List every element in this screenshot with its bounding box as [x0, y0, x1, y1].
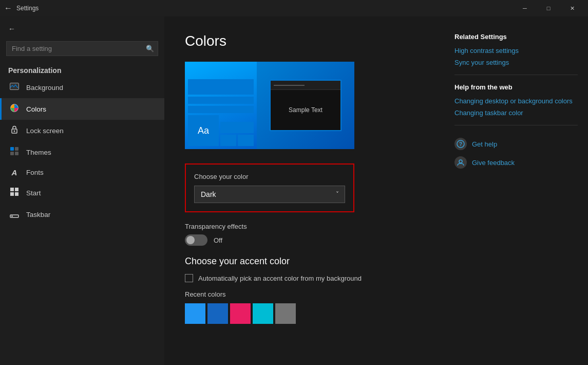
auto-pick-checkbox[interactable] [185, 274, 193, 282]
taskbar-icon [10, 209, 19, 220]
swatch-blue[interactable] [185, 303, 205, 324]
swatch-cyan[interactable] [253, 303, 273, 324]
preview-tile-row-1 [188, 79, 254, 95]
preview-bottom-tiles: Aa [188, 115, 254, 146]
back-arrow-icon: ← [8, 25, 15, 33]
sidebar-item-colors[interactable]: Colors [0, 98, 164, 120]
related-settings-title: Related Settings [454, 33, 578, 41]
help-section: ? Get help Give feedback [454, 138, 578, 169]
start-label: Start [26, 189, 41, 197]
get-help-label: Get help [472, 140, 497, 148]
sidebar: ← 🔍 Personalization Background Colors Lo… [0, 16, 164, 365]
toggle-row: Off [185, 234, 424, 246]
colors-label: Colors [26, 105, 46, 113]
titlebar-left: ← Settings [4, 4, 39, 13]
preview-tile-row-3 [188, 106, 254, 113]
preview-tile-s1 [220, 122, 254, 133]
svg-rect-10 [15, 188, 18, 191]
preview-small-tiles [220, 122, 254, 146]
transparency-state: Off [214, 236, 222, 244]
preview-right-panel: Sample Text [257, 62, 354, 149]
preview-tile-row-2 [188, 97, 254, 104]
taskbar-label: Taskbar [26, 211, 50, 218]
preview-tile-small-2 [188, 97, 254, 104]
choose-color-section: Choose your color Light Dark Custom ˅ [185, 163, 354, 212]
divider-1 [454, 75, 578, 75]
titlebar-controls: ─ □ ✕ [513, 0, 584, 16]
sample-text: Sample Text [289, 106, 323, 114]
sidebar-search-container: 🔍 [6, 41, 158, 56]
right-panel: Related Settings High contrast settings … [444, 16, 588, 365]
lock-icon [10, 125, 19, 136]
toggle-knob [186, 236, 195, 244]
svg-rect-11 [10, 192, 14, 196]
changing-desktop-link[interactable]: Changing desktop or background colors [454, 97, 578, 105]
recent-colors-title: Recent colors [185, 290, 424, 298]
divider-2 [454, 125, 578, 125]
auto-pick-label: Automatically pick an accent color from … [198, 275, 362, 282]
swatch-pink[interactable] [230, 303, 251, 324]
svg-rect-6 [15, 147, 18, 151]
choose-color-label: Choose your color [194, 173, 345, 180]
background-icon [10, 82, 19, 93]
sidebar-item-themes[interactable]: Themes [0, 141, 164, 163]
preview-tile-aa: Aa [188, 115, 219, 146]
preview-tile-row-small [220, 135, 254, 146]
themes-label: Themes [26, 149, 51, 156]
color-swatches [185, 303, 424, 324]
sidebar-item-lock-screen[interactable]: Lock screen [0, 120, 164, 141]
preview-tile-small-3 [188, 106, 254, 113]
preview-tile-small-1 [188, 79, 254, 95]
preview-window: Sample Text [270, 80, 342, 131]
svg-rect-9 [10, 188, 14, 191]
color-dropdown-wrapper: Light Dark Custom ˅ [194, 186, 345, 203]
transparency-effects-section: Transparency effects Off [185, 223, 424, 246]
start-icon [10, 187, 19, 198]
sidebar-item-background[interactable]: Background [0, 77, 164, 98]
swatch-gray[interactable] [275, 303, 296, 324]
give-feedback-item[interactable]: Give feedback [454, 156, 578, 169]
changing-taskbar-link[interactable]: Changing taskbar color [454, 109, 578, 117]
sidebar-item-taskbar[interactable]: Taskbar [0, 204, 164, 225]
help-web-title: Help from the web [454, 83, 578, 91]
background-label: Background [26, 84, 63, 92]
svg-rect-5 [10, 147, 14, 151]
lock-screen-label: Lock screen [26, 127, 64, 135]
back-icon[interactable]: ← [4, 4, 12, 13]
high-contrast-link[interactable]: High contrast settings [454, 47, 578, 54]
preview-left-panel: Aa [185, 62, 257, 149]
svg-text:?: ? [459, 141, 462, 147]
sync-settings-link[interactable]: Sync your settings [454, 59, 578, 66]
minimize-button[interactable]: ─ [513, 0, 537, 16]
preview-inner: Aa [185, 62, 354, 149]
svg-point-17 [459, 160, 462, 163]
accent-title: Choose your accent color [185, 256, 424, 267]
preview-tile-s2 [220, 135, 236, 146]
get-help-icon: ? [454, 138, 467, 150]
search-input[interactable] [6, 41, 158, 56]
svg-rect-7 [10, 152, 14, 155]
main-content: Colors Aa [164, 16, 444, 365]
svg-rect-14 [11, 216, 13, 217]
auto-pick-row: Automatically pick an accent color from … [185, 274, 424, 282]
colors-icon [10, 103, 19, 115]
fonts-label: Fonts [26, 169, 44, 176]
sidebar-item-start[interactable]: Start [0, 182, 164, 204]
sidebar-item-fonts[interactable]: A Fonts [0, 163, 164, 182]
color-preview: Aa [185, 62, 354, 149]
svg-rect-8 [15, 152, 18, 155]
page-title: Colors [185, 33, 424, 49]
color-dropdown[interactable]: Light Dark Custom [194, 186, 345, 203]
give-feedback-icon [454, 156, 467, 169]
close-button[interactable]: ✕ [560, 0, 584, 16]
get-help-item[interactable]: ? Get help [454, 138, 578, 150]
transparency-toggle[interactable] [185, 234, 207, 246]
maximize-button[interactable]: □ [537, 0, 560, 16]
svg-point-4 [14, 131, 15, 132]
preview-tile-s3 [238, 135, 254, 146]
sidebar-back-button[interactable]: ← [0, 16, 164, 37]
transparency-title: Transparency effects [185, 223, 424, 230]
titlebar: ← Settings ─ □ ✕ [0, 0, 588, 16]
swatch-dark-blue[interactable] [207, 303, 228, 324]
svg-rect-12 [15, 192, 18, 196]
